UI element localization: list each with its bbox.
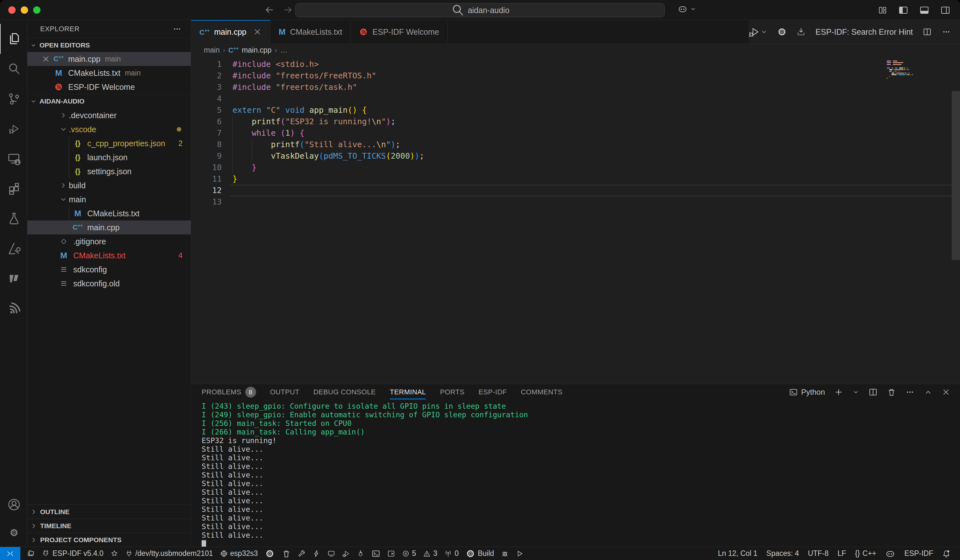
editor-scrollbar[interactable] [952,91,960,260]
code-line-10[interactable]: 10 } [191,162,960,173]
code-line-1[interactable]: 1#include <stdio.h> [191,59,960,70]
activity-bar-item-extensions[interactable] [0,174,27,203]
toggle-sidebar-icon[interactable] [898,5,909,15]
run-or-debug-button[interactable] [749,26,768,37]
breadcrumb-folder[interactable]: main [204,46,220,54]
workspace-root-header[interactable]: AIDAN-AUDIO [27,94,191,108]
tree-item--vscode[interactable]: .vscode [27,122,191,136]
copilot-chevron-icon[interactable] [690,5,697,13]
panel-tab-terminal[interactable]: TERMINAL [390,384,426,400]
customize-layout-icon[interactable] [878,5,887,15]
status-item-errors[interactable]: 5 [398,547,420,560]
editor-more-actions-icon[interactable] [942,27,951,37]
status-item-star[interactable] [107,547,122,560]
activity-bar-item-source-control[interactable] [0,84,27,114]
minimize-window-button[interactable] [21,6,28,14]
status-item-copilot[interactable] [881,547,900,560]
install-icon[interactable] [796,27,806,37]
activity-bar-item-run-and-debug[interactable] [0,114,27,144]
tree-item-main[interactable]: main [27,192,191,206]
tasks-gear-icon[interactable] [777,27,787,37]
status-item-esp-idf-version[interactable]: ESP-IDF v5.4.0 [38,547,107,560]
tree-item-sdkconfig-old[interactable]: sdkconfig.old [27,277,191,291]
panel-tab-ports[interactable]: PORTS [440,384,464,400]
code-line-7[interactable]: 7 while (1) { [191,127,960,139]
status-item-menuconfig[interactable] [294,547,309,560]
split-editor-icon[interactable] [922,27,932,37]
status-item-cursor-position[interactable]: Ln 12, Col 1 [714,547,762,560]
status-item-indentation[interactable]: Spaces: 4 [762,547,803,560]
tree-item-main-cpp[interactable]: C++main.cpp [27,221,191,234]
status-item-encoding[interactable]: UTF-8 [803,547,833,560]
status-item-remote-indicator[interactable] [0,547,21,560]
activity-bar-item-search[interactable] [0,54,27,84]
kill-terminal-icon[interactable] [887,387,896,397]
status-item-language-mode[interactable]: {}C++ [850,547,881,560]
status-item-broadcast[interactable]: 0 [441,547,462,560]
tree-item-build[interactable]: build [27,178,191,192]
panel-tab-output[interactable]: OUTPUT [270,384,299,400]
code-line-6[interactable]: 6 printf("ESP32 is running!\n"); [191,116,960,127]
esp-idf-hint-button[interactable]: ESP-IDF: Search Error Hint [815,27,913,37]
tree-item-sdkconfig[interactable]: sdkconfig [27,262,191,277]
code-line-11[interactable]: 11} [191,173,960,185]
status-item-full-clean[interactable] [278,547,294,560]
panel-more-actions-icon[interactable] [905,387,915,397]
activity-bar-item-cmake-tools[interactable] [0,234,27,264]
status-item-serial-port[interactable]: /dev/tty.usbmodem2101 [122,547,217,560]
tree-item-c-cpp-properties-json[interactable]: {}c_cpp_properties.json2 [27,136,191,150]
terminal-profile-chevron-icon[interactable] [852,389,859,396]
code-line-2[interactable]: 2#include "freertos/FreeRTOS.h" [191,70,960,82]
status-item-sdk-config[interactable] [261,547,278,560]
sidebar-section-timeline[interactable]: TIMELINE [27,518,191,533]
open-editors-header[interactable]: OPEN EDITORS [27,38,191,52]
tree-item--devcontainer[interactable]: .devcontainer [27,108,191,122]
code-line-3[interactable]: 3#include "freertos/task.h" [191,82,960,93]
open-editor-item[interactable]: MCMakeLists.txtmain [27,66,191,80]
code-line-12[interactable]: 12 [191,185,960,196]
sidebar-section-project-components[interactable]: PROJECT COMPONENTS [27,533,191,547]
status-item-flash-device[interactable] [353,547,368,560]
status-item-terminal[interactable] [368,547,384,560]
tree-item-settings-json[interactable]: {}settings.json [27,164,191,178]
maximize-panel-icon[interactable] [924,388,933,397]
terminal-output[interactable]: I (243) sleep_gpio: Configure to isolate… [191,400,960,547]
tree-item--gitignore[interactable]: .gitignore [27,234,191,248]
breadcrumb-file[interactable]: main.cpp [242,46,271,54]
activity-bar-item-manage-settings[interactable] [0,518,27,547]
command-center-search[interactable]: aidan-audio [295,3,665,17]
activity-bar-item-explorer[interactable] [0,24,27,54]
code-line-9[interactable]: 9 vTaskDelay(pdMS_TO_TICKS(2000)); [191,150,960,162]
active-terminal-item[interactable]: Python [789,388,825,397]
panel-tab-debug-console[interactable]: DEBUG CONSOLE [314,384,376,400]
status-item-eol[interactable]: LF [833,547,851,560]
tree-item-cmakelists-txt[interactable]: MCMakeLists.txt [27,206,191,221]
copilot-icon[interactable] [677,4,688,14]
activity-bar-item-flags-view[interactable] [0,264,27,293]
toggle-secondary-sidebar-icon[interactable] [940,5,950,15]
code-line-4[interactable]: 4 [191,93,960,104]
status-item-build-project[interactable]: Build [462,547,498,560]
tree-item-launch-json[interactable]: {}launch.json [27,150,191,164]
breadcrumb-symbol[interactable]: … [280,46,287,54]
status-item-debug[interactable] [339,547,353,560]
status-item-open-folder[interactable] [23,547,38,560]
status-item-monitor-device[interactable] [324,547,339,560]
back-icon[interactable] [264,5,275,15]
close-window-button[interactable] [8,6,16,14]
activity-bar-item-testing[interactable] [0,203,27,234]
explorer-more-actions-icon[interactable] [172,24,182,34]
code-line-13[interactable]: 13 [191,196,960,208]
editor-tab-main-cpp[interactable]: C++main.cpp [191,20,270,44]
close-panel-icon[interactable] [942,388,950,397]
zoom-window-button[interactable] [33,6,40,14]
panel-tab-esp-idf[interactable]: ESP-IDF [478,384,507,400]
status-item-run[interactable] [512,547,527,560]
editor-tab-esp-idf-welcome[interactable]: ESP-IDF Welcome [351,20,448,44]
minimap[interactable] [887,61,941,83]
status-item-flash-method[interactable] [309,547,324,560]
panel-tab-problems[interactable]: PROBLEMS8 [202,384,256,400]
status-item-esp-idf-extension[interactable]: ESP-IDF [900,547,938,560]
close-tab-icon[interactable] [253,27,262,36]
code-line-8[interactable]: 8 printf("Still alive...\n"); [191,139,960,150]
